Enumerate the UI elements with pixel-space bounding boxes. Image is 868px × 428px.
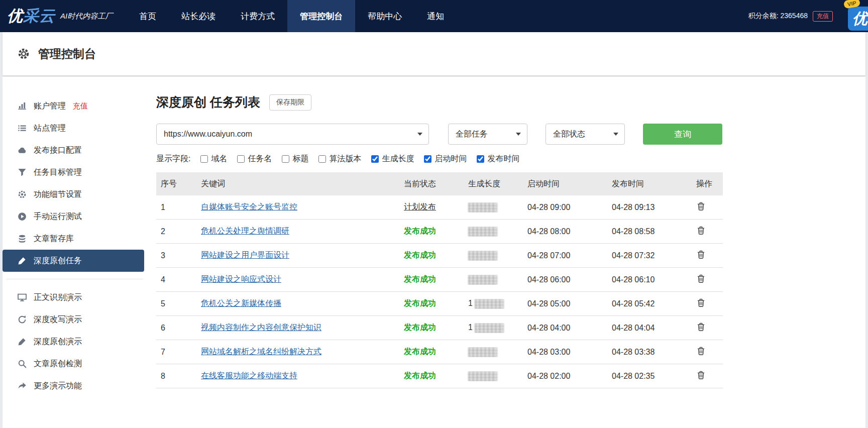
status-select[interactable]: 全部状态 <box>546 124 625 145</box>
sidebar-item-label: 文章原创检测 <box>34 359 82 369</box>
keyword-link[interactable]: 网站建设之用户界面设计 <box>201 251 289 259</box>
vip-corner[interactable]: VIP 优 <box>841 0 868 32</box>
nav-item[interactable]: 站长必读 <box>169 0 228 32</box>
nav-item[interactable]: 通知 <box>414 0 457 32</box>
nav-item-label: 帮助中心 <box>368 11 402 22</box>
sidebar-item-label: 账户管理 <box>34 101 66 112</box>
status-text[interactable]: 计划发布 <box>404 202 436 211</box>
sidebar-item[interactable]: 发布接口配置 <box>3 139 149 161</box>
table-header-cell: 操作 <box>692 179 723 189</box>
top-navbar: 优采云 AI时代内容工厂 首页 站长必读 计费方式 管理控制台 <box>0 0 868 32</box>
query-button[interactable]: 查询 <box>643 124 722 145</box>
display-fields-row: 显示字段: 域名 任务名 标题 <box>156 154 723 164</box>
publish-time: 04-28 06:10 <box>607 275 692 284</box>
site-select[interactable]: https://www.ucaiyun.com <box>156 124 429 145</box>
search-icon <box>18 359 27 368</box>
checkbox-label: 算法版本 <box>329 154 361 164</box>
table-row: 5 危机公关之新媒体传播 发布成功 1 04-28 05:00 04-28 05… <box>156 292 723 316</box>
sidebar-item[interactable]: 深度原创任务 <box>3 250 144 272</box>
checkbox-input[interactable] <box>371 155 379 163</box>
sidebar-item-extra[interactable]: 充值 <box>73 101 88 111</box>
checkbox-label: 发布时间 <box>487 154 519 164</box>
redacted-length-value <box>468 227 497 237</box>
pencil-icon <box>18 337 27 346</box>
sidebar-item[interactable]: 账户管理 充值 <box>3 95 149 117</box>
nav-item-label: 首页 <box>139 11 156 22</box>
field-checkbox[interactable]: 域名 <box>200 154 227 164</box>
fields-label: 显示字段: <box>156 154 190 164</box>
page-title: 管理控制台 <box>38 46 96 62</box>
nav-item[interactable]: 计费方式 <box>228 0 287 32</box>
sidebar-item[interactable]: 站点管理 <box>3 117 149 139</box>
status-text[interactable]: 发布成功 <box>404 371 436 380</box>
sidebar-item[interactable]: 任务目标管理 <box>3 161 149 183</box>
keyword-link[interactable]: 网站域名解析之域名纠纷解决方式 <box>201 347 321 356</box>
recharge-badge[interactable]: 充值 <box>813 11 833 22</box>
checkbox-input[interactable] <box>424 155 431 163</box>
task-select-value: 全部任务 <box>456 129 488 140</box>
nav-item[interactable]: 首页 <box>123 0 169 32</box>
task-type-select[interactable]: 全部任务 <box>448 124 527 145</box>
checkbox-input[interactable] <box>318 155 326 163</box>
checkbox-input[interactable] <box>477 155 484 163</box>
save-period-button[interactable]: 保存期限 <box>269 94 311 111</box>
keyword-link[interactable]: 危机公关之新媒体传播 <box>201 299 281 307</box>
checkbox-label: 任务名 <box>248 154 272 164</box>
sidebar-item-label: 任务目标管理 <box>34 167 82 178</box>
status-text[interactable]: 发布成功 <box>404 251 436 259</box>
status-text[interactable]: 发布成功 <box>404 227 436 235</box>
keyword-link[interactable]: 危机公关处理之舆情调研 <box>201 227 289 235</box>
trash-icon[interactable] <box>696 250 706 259</box>
sidebar-item[interactable]: 深度原创演示 <box>3 331 149 353</box>
sidebar-item-label: 深度改写演示 <box>34 314 82 325</box>
checkbox-input[interactable] <box>282 155 289 163</box>
sidebar-item[interactable]: 更多演示功能 <box>3 375 149 397</box>
trash-icon[interactable] <box>696 298 706 307</box>
redacted-length-value <box>475 323 504 333</box>
row-index: 5 <box>156 299 196 308</box>
trash-icon[interactable] <box>696 274 706 283</box>
sidebar: 账户管理 充值 站点管理 发布接口配置 任务目标管理 <box>3 77 149 428</box>
sidebar-item[interactable]: 手动运行测试 <box>3 205 149 228</box>
trash-icon[interactable] <box>696 322 706 332</box>
sidebar-item[interactable]: 功能细节设置 <box>3 183 149 205</box>
redacted-length-value <box>468 275 497 285</box>
checkbox-input[interactable] <box>200 155 208 163</box>
status-text[interactable]: 发布成功 <box>404 323 436 332</box>
row-index: 7 <box>156 348 196 357</box>
sidebar-item[interactable]: 正文识别演示 <box>3 286 149 308</box>
trash-icon[interactable] <box>696 226 706 235</box>
status-text[interactable]: 发布成功 <box>404 275 436 283</box>
nav-item[interactable]: 管理控制台 <box>287 0 355 32</box>
keyword-link[interactable]: 自媒体账号安全之账号监控 <box>201 202 297 211</box>
brand-logo[interactable]: 优采云 AI时代内容工厂 <box>0 0 123 32</box>
gear-icon[interactable] <box>18 48 30 60</box>
field-checkbox[interactable]: 生成长度 <box>371 154 414 164</box>
trash-icon[interactable] <box>696 370 706 380</box>
status-text[interactable]: 发布成功 <box>404 347 436 356</box>
sidebar-item[interactable]: 深度改写演示 <box>3 308 149 331</box>
keyword-link[interactable]: 网站建设之响应式设计 <box>201 275 281 283</box>
sidebar-item-label: 文章暂存库 <box>34 234 74 244</box>
sidebar-item-label: 站点管理 <box>34 123 66 134</box>
keyword-link[interactable]: 在线客服功能之移动端支持 <box>201 371 297 380</box>
keyword-link[interactable]: 视频内容制作之内容创意保护知识 <box>201 323 321 332</box>
field-checkbox[interactable]: 启动时间 <box>424 154 467 164</box>
field-checkbox[interactable]: 发布时间 <box>477 154 519 164</box>
field-checkbox[interactable]: 算法版本 <box>318 154 361 164</box>
table-header-cell: 启动时间 <box>523 179 607 189</box>
trash-icon[interactable] <box>696 201 706 211</box>
checkbox-input[interactable] <box>237 155 245 163</box>
chevron-down-icon <box>516 133 521 136</box>
sidebar-item[interactable]: 文章原创检测 <box>3 353 149 375</box>
trash-icon[interactable] <box>696 346 706 356</box>
share-icon <box>18 381 27 390</box>
page-header: 管理控制台 <box>3 32 865 75</box>
table-header-cell: 发布时间 <box>607 179 692 189</box>
status-text[interactable]: 发布成功 <box>404 299 436 307</box>
field-checkbox[interactable]: 任务名 <box>237 154 272 164</box>
section-title: 深度原创 任务列表 <box>156 94 260 111</box>
field-checkbox[interactable]: 标题 <box>282 154 308 164</box>
sidebar-item[interactable]: 文章暂存库 <box>3 228 149 250</box>
nav-item[interactable]: 帮助中心 <box>355 0 414 32</box>
